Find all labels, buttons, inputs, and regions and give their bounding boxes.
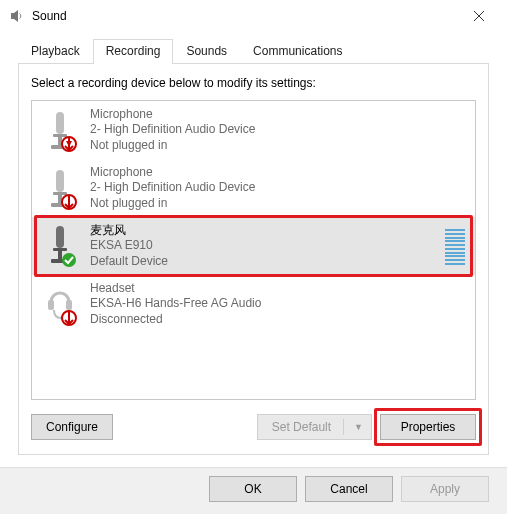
svg-rect-4 <box>56 112 64 134</box>
client-area: Playback Recording Sounds Communications… <box>0 32 507 467</box>
tab-sounds[interactable]: Sounds <box>173 39 240 64</box>
svg-point-20 <box>62 253 76 267</box>
svg-rect-22 <box>66 300 72 310</box>
device-item[interactable]: Microphone 2- High Definition Audio Devi… <box>32 159 475 217</box>
microphone-icon <box>40 165 80 211</box>
device-name: Microphone <box>90 165 255 181</box>
device-list[interactable]: Microphone 2- High Definition Audio Devi… <box>31 100 476 400</box>
window-title: Sound <box>32 9 67 23</box>
device-item-selected[interactable]: 麦克风 EKSA E910 Default Device <box>32 217 475 275</box>
microphone-icon <box>40 107 80 153</box>
ok-button[interactable]: OK <box>209 476 297 502</box>
level-meter <box>445 229 465 265</box>
device-driver: 2- High Definition Audio Device <box>90 122 255 138</box>
device-status: Not plugged in <box>90 138 255 154</box>
close-button[interactable] <box>459 2 499 30</box>
device-status: Default Device <box>90 254 168 270</box>
device-text: Microphone 2- High Definition Audio Devi… <box>90 165 255 212</box>
svg-rect-11 <box>56 170 64 192</box>
tab-playback[interactable]: Playback <box>18 39 93 64</box>
svg-rect-18 <box>58 251 62 259</box>
device-status: Not plugged in <box>90 196 255 212</box>
device-text: Microphone 2- High Definition Audio Devi… <box>90 107 255 154</box>
tab-strip: Playback Recording Sounds Communications <box>18 38 489 64</box>
apply-button[interactable]: Apply <box>401 476 489 502</box>
set-default-button[interactable]: Set Default ▼ <box>257 414 372 440</box>
device-name: 麦克风 <box>90 223 168 239</box>
microphone-icon <box>40 223 80 269</box>
device-status: Disconnected <box>90 312 261 328</box>
device-text: 麦克风 EKSA E910 Default Device <box>90 223 168 270</box>
sound-app-icon <box>8 8 24 24</box>
instruction-text: Select a recording device below to modif… <box>31 76 476 90</box>
properties-button[interactable]: Properties <box>380 414 476 440</box>
tab-recording[interactable]: Recording <box>93 39 174 64</box>
svg-rect-12 <box>53 192 67 195</box>
device-text: Headset EKSA-H6 Hands-Free AG Audio Disc… <box>90 281 261 328</box>
svg-rect-5 <box>53 134 67 137</box>
chevron-down-icon: ▼ <box>354 422 363 432</box>
titlebar: Sound <box>0 0 507 32</box>
device-name: Microphone <box>90 107 255 123</box>
svg-rect-21 <box>48 300 54 310</box>
device-driver: 2- High Definition Audio Device <box>90 180 255 196</box>
headset-icon <box>40 281 80 327</box>
cancel-button[interactable]: Cancel <box>305 476 393 502</box>
device-item[interactable]: Microphone 2- High Definition Audio Devi… <box>32 101 475 159</box>
properties-wrap: Properties <box>380 414 476 440</box>
device-name: Headset <box>90 281 261 297</box>
tab-panel-recording: Select a recording device below to modif… <box>18 64 489 455</box>
svg-rect-17 <box>53 248 67 251</box>
dialog-buttons: OK Cancel Apply <box>0 467 507 514</box>
device-item[interactable]: Headset EKSA-H6 Hands-Free AG Audio Disc… <box>32 275 475 333</box>
panel-buttons: Configure Set Default ▼ Properties <box>31 414 476 440</box>
svg-rect-0 <box>11 13 14 19</box>
svg-rect-16 <box>56 226 64 248</box>
device-driver: EKSA E910 <box>90 238 168 254</box>
device-driver: EKSA-H6 Hands-Free AG Audio <box>90 296 261 312</box>
svg-marker-1 <box>14 10 18 22</box>
configure-button[interactable]: Configure <box>31 414 113 440</box>
tab-communications[interactable]: Communications <box>240 39 355 64</box>
